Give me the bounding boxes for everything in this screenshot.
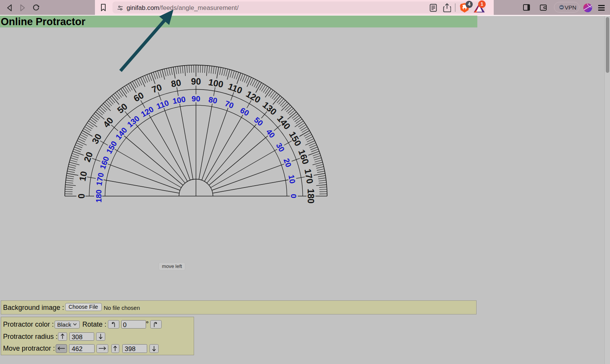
svg-text:0: 0 bbox=[77, 194, 87, 199]
svg-text:160: 160 bbox=[98, 155, 111, 170]
svg-text:100: 100 bbox=[208, 77, 224, 89]
svg-text:40: 40 bbox=[101, 115, 115, 130]
svg-text:30: 30 bbox=[274, 141, 286, 153]
svg-text:20: 20 bbox=[282, 157, 293, 168]
svg-text:130: 130 bbox=[261, 100, 279, 117]
svg-text:180: 180 bbox=[94, 189, 103, 202]
svg-text:140: 140 bbox=[275, 114, 292, 131]
svg-text:110: 110 bbox=[155, 98, 170, 111]
svg-text:140: 140 bbox=[114, 125, 129, 141]
svg-text:150: 150 bbox=[104, 140, 119, 155]
svg-text:170: 170 bbox=[95, 172, 106, 186]
svg-text:90: 90 bbox=[192, 94, 201, 103]
svg-text:0: 0 bbox=[289, 194, 298, 198]
svg-text:180: 180 bbox=[306, 189, 316, 204]
svg-text:80: 80 bbox=[208, 95, 218, 105]
svg-text:170: 170 bbox=[303, 168, 315, 184]
svg-text:110: 110 bbox=[227, 81, 244, 95]
svg-text:30: 30 bbox=[90, 132, 104, 146]
svg-text:160: 160 bbox=[296, 148, 311, 166]
svg-text:130: 130 bbox=[125, 114, 141, 129]
svg-text:50: 50 bbox=[252, 115, 265, 127]
svg-text:90: 90 bbox=[191, 77, 201, 87]
svg-text:120: 120 bbox=[139, 104, 155, 119]
svg-text:60: 60 bbox=[132, 90, 146, 104]
svg-text:50: 50 bbox=[115, 101, 129, 115]
svg-text:70: 70 bbox=[224, 99, 235, 110]
svg-text:60: 60 bbox=[239, 106, 250, 117]
svg-text:40: 40 bbox=[265, 127, 277, 140]
svg-text:80: 80 bbox=[170, 77, 182, 89]
svg-text:10: 10 bbox=[287, 174, 297, 184]
svg-text:100: 100 bbox=[172, 95, 186, 106]
svg-text:70: 70 bbox=[150, 82, 163, 95]
svg-text:10: 10 bbox=[77, 170, 89, 182]
svg-text:20: 20 bbox=[82, 151, 95, 163]
